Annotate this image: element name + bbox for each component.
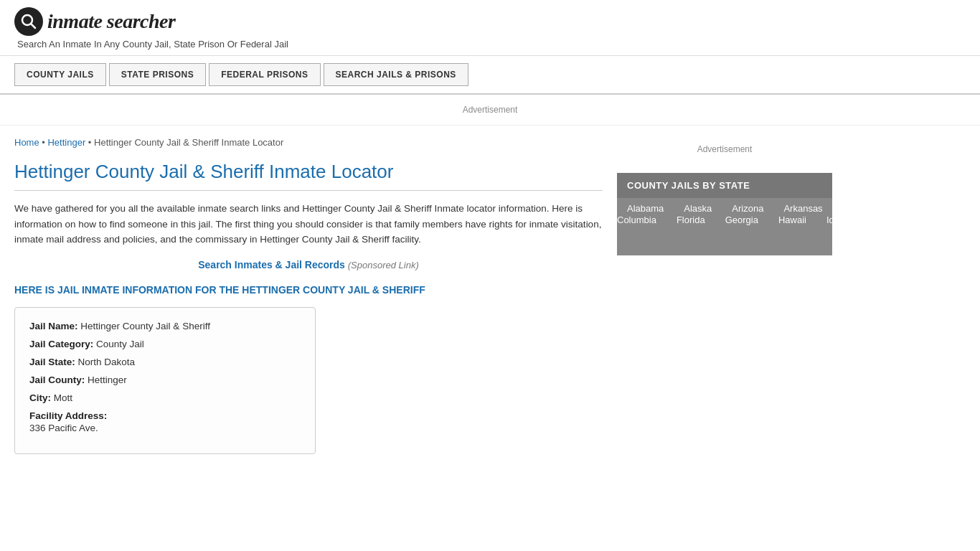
breadcrumb-home[interactable]: Home bbox=[14, 137, 39, 148]
description: We have gathered for you all the availab… bbox=[14, 201, 603, 248]
state-link[interactable]: Georgia bbox=[715, 212, 768, 228]
jail-category-row: Jail Category: County Jail bbox=[29, 339, 301, 349]
logo-text: inmate searcher bbox=[47, 10, 175, 33]
logo-area: inmate searcher bbox=[14, 7, 966, 36]
jail-name-row: Jail Name: Hettinger County Jail & Sheri… bbox=[29, 321, 301, 331]
nav-state-prisons[interactable]: STATE PRISONS bbox=[109, 63, 206, 86]
state-box: COUNTY JAILS BY STATE AlabamaAlaskaArizo… bbox=[617, 173, 832, 255]
state-box-header: COUNTY JAILS BY STATE bbox=[617, 173, 832, 198]
jail-state-label: Jail State: bbox=[29, 357, 75, 367]
content-area: Home • Hettinger • Hettinger County Jail… bbox=[14, 126, 603, 466]
breadcrumb: Home • Hettinger • Hettinger County Jail… bbox=[14, 137, 603, 148]
sponsored-link-area: Search Inmates & Jail Records (Sponsored… bbox=[14, 259, 603, 270]
state-link[interactable]: Florida bbox=[666, 212, 715, 228]
logo-icon bbox=[14, 7, 43, 36]
jail-address-row: Facility Address: 336 Pacific Ave. bbox=[29, 410, 301, 433]
main-layout: Home • Hettinger • Hettinger County Jail… bbox=[0, 126, 980, 466]
sidebar-ad: Advertisement bbox=[617, 137, 832, 161]
svg-line-1 bbox=[31, 24, 35, 28]
jail-name-label: Jail Name: bbox=[29, 321, 78, 331]
header: inmate searcher Search An Inmate In Any … bbox=[0, 0, 980, 56]
breadcrumb-hettinger[interactable]: Hettinger bbox=[47, 137, 85, 148]
state-grid: AlabamaAlaskaArizonaArkansasCaliforniaCo… bbox=[617, 198, 832, 255]
tagline: Search An Inmate In Any County Jail, Sta… bbox=[17, 39, 966, 50]
state-link[interactable]: Illinois bbox=[859, 212, 905, 228]
jail-city-label: City: bbox=[29, 392, 51, 403]
info-heading: HERE IS JAIL INMATE INFORMATION FOR THE … bbox=[14, 283, 603, 298]
nav-bar: COUNTY JAILS STATE PRISONS FEDERAL PRISO… bbox=[0, 56, 980, 95]
state-link[interactable]: Idaho bbox=[816, 212, 860, 228]
nav-federal-prisons[interactable]: FEDERAL PRISONS bbox=[209, 63, 320, 86]
sponsored-link[interactable]: Search Inmates & Jail Records bbox=[198, 259, 345, 270]
info-box: Jail Name: Hettinger County Jail & Sheri… bbox=[14, 307, 316, 454]
ad-banner: Advertisement bbox=[0, 95, 980, 126]
jail-city-row: City: Mott bbox=[29, 392, 301, 403]
sponsored-suffix: (Sponsored Link) bbox=[348, 260, 419, 270]
sidebar: Advertisement COUNTY JAILS BY STATE Alab… bbox=[617, 126, 832, 466]
nav-search-jails[interactable]: SEARCH JAILS & PRISONS bbox=[324, 63, 468, 86]
jail-county-label: Jail County: bbox=[29, 375, 85, 385]
jail-category-label: Jail Category: bbox=[29, 339, 93, 349]
jail-address-label: Facility Address: bbox=[29, 410, 107, 421]
state-link[interactable]: Hawaii bbox=[768, 212, 816, 228]
breadcrumb-current: Hettinger County Jail & Sheriff Inmate L… bbox=[94, 137, 283, 148]
nav-county-jails[interactable]: COUNTY JAILS bbox=[14, 63, 106, 86]
jail-address-value: 336 Pacific Ave. bbox=[29, 423, 301, 433]
state-link[interactable]: Connecticut bbox=[950, 200, 980, 217]
states-left-col: AlabamaAlaskaArizonaArkansasCaliforniaCo… bbox=[617, 202, 980, 248]
jail-county-row: Jail County: Hettinger bbox=[29, 375, 301, 385]
jail-state-row: Jail State: North Dakota bbox=[29, 357, 301, 367]
page-title: Hettinger County Jail & Sheriff Inmate L… bbox=[14, 161, 603, 191]
